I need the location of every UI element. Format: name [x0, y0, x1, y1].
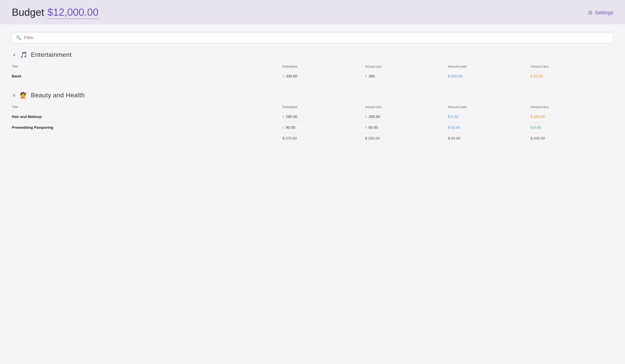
- sections-container: ∨🎵EntertainmentTitleEstimatedActual cost…: [12, 51, 613, 144]
- row-title: Prewedding Pampering: [12, 122, 282, 133]
- gear-icon: ⚙: [588, 9, 593, 16]
- search-icon: 🔍: [16, 35, 21, 40]
- col-header-2: Actual cost: [365, 63, 448, 71]
- col-header-4: Amount due: [531, 104, 613, 111]
- row-amount-due: $ 0.00: [531, 122, 613, 133]
- amount-due-value: $ 0.00: [531, 125, 541, 129]
- table-row: Hair and Makeup$280.00$200.00$ 0.00$ 200…: [12, 111, 613, 122]
- row-estimated: $90.00: [282, 122, 365, 133]
- estimated-value: 280.00: [286, 115, 297, 119]
- actual-cost-value: 200.00: [369, 115, 380, 119]
- dollar-icon: $: [282, 74, 284, 78]
- row-amount-paid: $ 250.00: [448, 71, 531, 82]
- chevron-beauty-and-health[interactable]: ∨: [12, 92, 17, 99]
- actual-cost-value: 300: [369, 74, 375, 78]
- section-icon-entertainment: 🎵: [20, 51, 27, 58]
- section-header-entertainment: ∨🎵Entertainment: [12, 51, 613, 58]
- col-header-0: Title: [12, 104, 282, 111]
- amount-due-value: $ 50.00: [531, 74, 543, 78]
- section-beauty-and-health: ∨💇Beauty and HealthTitleEstimatedActual …: [12, 91, 613, 144]
- actual-cost-value: 60.00: [369, 125, 378, 130]
- totals-due: $ 200.00: [531, 133, 613, 144]
- filter-bar: 🔍: [12, 32, 613, 43]
- section-title-entertainment: Entertainment: [31, 51, 72, 58]
- dollar-icon: $: [365, 115, 367, 119]
- row-title: Hair and Makeup: [12, 111, 282, 122]
- row-amount-due: $ 50.00: [531, 71, 613, 82]
- row-estimated: $280.00: [282, 111, 365, 122]
- col-header-3: Amount paid: [448, 63, 531, 71]
- amount-paid-value: $ 250.00: [448, 74, 463, 78]
- totals-estimated: $ 370.00: [282, 133, 365, 144]
- col-header-2: Actual cost: [365, 104, 448, 111]
- dollar-icon: $: [282, 126, 284, 129]
- table-entertainment: TitleEstimatedActual costAmount paidAmou…: [12, 63, 613, 82]
- budget-title: Budget $12,000.00: [12, 6, 98, 19]
- section-entertainment: ∨🎵EntertainmentTitleEstimatedActual cost…: [12, 51, 613, 82]
- section-header-beauty-and-health: ∨💇Beauty and Health: [12, 91, 613, 99]
- col-header-4: Amount due: [531, 63, 613, 71]
- row-amount-due: $ 200.00: [531, 111, 613, 122]
- amount-due-value: $ 200.00: [531, 115, 545, 119]
- col-header-1: Estimated: [282, 63, 365, 71]
- totals-actual: $ 260.00: [365, 133, 448, 144]
- row-actual-cost: $60.00: [365, 122, 448, 133]
- col-header-3: Amount paid: [448, 104, 531, 111]
- totals-paid: $ 60.00: [448, 133, 531, 144]
- col-header-0: Title: [12, 63, 282, 71]
- settings-label: Settings: [595, 10, 613, 16]
- row-estimated: $330.00: [282, 71, 365, 82]
- col-header-1: Estimated: [282, 104, 365, 111]
- dollar-icon: $: [282, 115, 284, 119]
- budget-amount[interactable]: $12,000.00: [47, 6, 98, 19]
- estimated-value: 330.00: [286, 74, 297, 78]
- row-actual-cost: $200.00: [365, 111, 448, 122]
- section-title-beauty-and-health: Beauty and Health: [31, 91, 85, 99]
- totals-row: $ 370.00$ 260.00$ 60.00$ 200.00: [12, 133, 613, 144]
- totals-label: [12, 133, 282, 144]
- page-header: Budget $12,000.00 ⚙ Settings: [0, 0, 625, 24]
- budget-label: Budget: [12, 6, 44, 18]
- estimated-value: 90.00: [286, 125, 295, 130]
- main-content: 🔍 ∨🎵EntertainmentTitleEstimatedActual co…: [0, 24, 625, 161]
- amount-paid-value: $ 0.00: [448, 115, 458, 119]
- row-amount-paid: $ 0.00: [448, 111, 531, 122]
- settings-button[interactable]: ⚙ Settings: [588, 9, 613, 16]
- table-row: Prewedding Pampering$90.00$60.00$ 60.00$…: [12, 122, 613, 133]
- table-beauty-and-health: TitleEstimatedActual costAmount paidAmou…: [12, 104, 613, 144]
- table-row: Band$330.00$300$ 250.00$ 50.00: [12, 71, 613, 82]
- dollar-icon: $: [365, 74, 367, 78]
- row-amount-paid: $ 60.00: [448, 122, 531, 133]
- filter-input[interactable]: [24, 35, 609, 40]
- row-actual-cost: $300: [365, 71, 448, 82]
- row-title: Band: [12, 71, 282, 82]
- amount-paid-value: $ 60.00: [448, 125, 460, 129]
- chevron-entertainment[interactable]: ∨: [12, 52, 17, 58]
- dollar-icon: $: [365, 126, 367, 129]
- section-icon-beauty-and-health: 💇: [20, 92, 27, 99]
